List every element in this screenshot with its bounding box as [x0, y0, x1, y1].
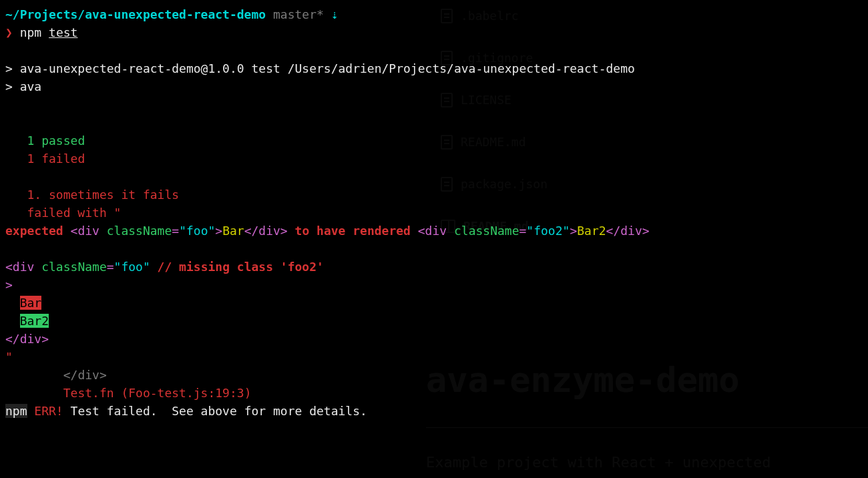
passed-label: passed	[34, 134, 85, 148]
npm-script-line: > ava-unexpected-react-demo@1.0.0 test /…	[5, 61, 635, 75]
stack-location: Test.fn (Foo-test.js:19:3)	[63, 386, 252, 400]
tag-open: <div	[5, 260, 34, 274]
attr-eq: =	[107, 260, 114, 274]
tag-open: <div	[418, 224, 447, 238]
terminal[interactable]: ~/Projects/ava-unexpected-react-demo mas…	[0, 0, 868, 425]
prompt-vcs: master*	[266, 7, 324, 21]
tag-gt: >	[215, 224, 222, 238]
tag-gt: >	[5, 278, 13, 292]
fail-prefix: failed with "	[27, 206, 122, 220]
attr-name: className	[447, 224, 519, 238]
diff-added: Bar2	[20, 314, 49, 328]
attr-eq: =	[172, 224, 179, 238]
npm-err-message: Test failed. See above for more details.	[71, 404, 367, 418]
tag-close: </div>	[606, 224, 650, 238]
expected-word: expected	[5, 224, 63, 238]
bg-divider	[426, 427, 868, 428]
prompt-path: ~/Projects/ava-unexpected-react-demo	[5, 7, 266, 21]
tag-close: </div>	[5, 332, 49, 346]
text-content: Bar2	[577, 224, 606, 238]
prompt-arrow: ⇣	[331, 7, 339, 21]
stack-line: </div>	[63, 368, 107, 382]
npm-err-label: ERR!	[27, 404, 71, 418]
attr-name: className	[99, 224, 172, 238]
attr-name: className	[34, 260, 106, 274]
attr-val: "foo"	[114, 260, 150, 274]
failed-count: 1	[27, 152, 35, 166]
terminal-output: ~/Projects/ava-unexpected-react-demo mas…	[5, 5, 863, 420]
tag-gt: >	[570, 224, 577, 238]
bg-subtitle: Example project with React + unexpected	[426, 451, 771, 473]
text-content: Bar	[222, 224, 244, 238]
npm-script-line: > ava	[5, 79, 41, 93]
fail-title: 1. sometimes it fails	[27, 188, 180, 202]
attr-val: "foo2"	[526, 224, 570, 238]
diff-removed: Bar	[20, 296, 42, 310]
attr-eq: =	[519, 224, 527, 238]
to-have-rendered: to have rendered	[295, 224, 411, 238]
command-input: npm test	[20, 25, 78, 39]
passed-count: 1	[27, 134, 35, 148]
diff-comment: // missing class 'foo2'	[158, 260, 324, 274]
npm-label: npm	[5, 404, 27, 418]
tag-close: </div>	[244, 224, 288, 238]
close-quote: "	[5, 350, 13, 364]
tag-open: <div	[71, 224, 99, 238]
failed-label: failed	[34, 152, 85, 166]
attr-val: "foo"	[179, 224, 215, 238]
prompt-indicator: ❯	[5, 25, 13, 39]
